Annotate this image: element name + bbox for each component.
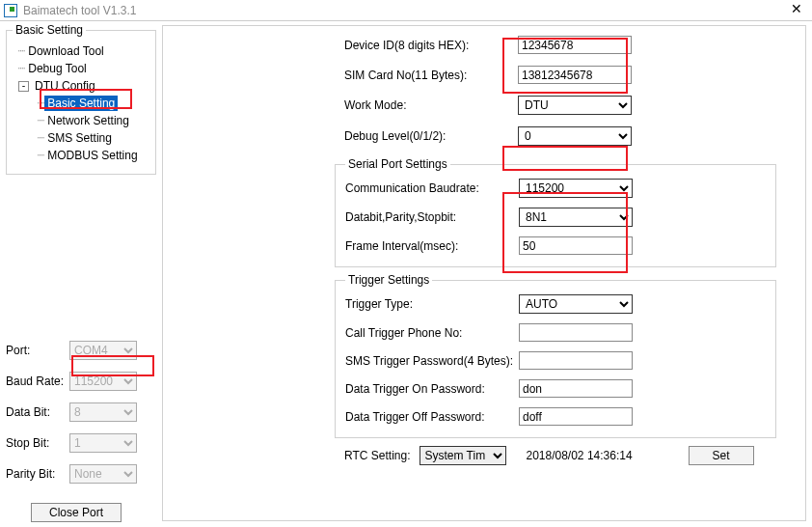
work-mode-select[interactable]: DTU [518, 96, 632, 115]
serial-port-fieldset: Serial Port Settings Communication Baudr… [335, 157, 776, 267]
call-trigger-label: Call Trigger Phone No: [345, 326, 519, 340]
stop-bit-row: Stop Bit: 1 [6, 433, 156, 453]
app-icon [4, 4, 17, 17]
stop-bit-label: Stop Bit: [6, 436, 69, 450]
data-off-input[interactable] [519, 407, 633, 426]
sidebar-fieldset: Basic Setting ┈Download Tool ┈Debug Tool… [6, 23, 156, 175]
data-on-row: Data Trigger On Password: [345, 379, 766, 398]
rtc-timestamp: 2018/08/02 14:36:14 [526, 449, 632, 462]
device-id-label: Device ID(8 digits HEX): [344, 39, 518, 52]
debug-level-row: Debug Level(0/1/2): 0 [173, 126, 796, 146]
trigger-type-label: Trigger Type: [345, 297, 519, 311]
main-panel: Device ID(8 digits HEX): SIM Card No(11 … [162, 25, 806, 521]
debug-level-label: Debug Level(0/1/2): [344, 129, 518, 143]
frame-interval-row: Frame Interval(msec): [345, 236, 766, 255]
work-mode-row: Work Mode: DTU [173, 96, 796, 115]
collapse-icon[interactable]: - [18, 81, 29, 92]
sms-password-label: SMS Trigger Password(4 Bytes): [345, 354, 519, 368]
tree-item-sms-setting[interactable]: ┈SMS Setting [18, 129, 149, 147]
stop-bit-select[interactable]: 1 [69, 433, 137, 453]
frame-interval-label: Frame Interval(msec): [345, 239, 519, 253]
close-port-button[interactable]: Close Port [31, 503, 122, 522]
close-window-button[interactable]: ✕ [781, 1, 812, 20]
rtc-row: RTC Setting: System Tim 2018/08/02 14:36… [173, 446, 796, 465]
debug-level-select[interactable]: 0 [518, 126, 632, 146]
tree-item-download-tool[interactable]: ┈Download Tool [18, 42, 149, 60]
data-on-label: Data Trigger On Password: [345, 382, 519, 396]
device-id-row: Device ID(8 digits HEX): [173, 36, 796, 54]
comm-baudrate-select[interactable]: 115200 [519, 179, 633, 198]
data-on-input[interactable] [519, 379, 633, 398]
data-off-row: Data Trigger Off Password: [345, 407, 766, 426]
parity-bit-label: Parity Bit: [6, 467, 69, 481]
work-mode-label: Work Mode: [344, 98, 518, 112]
sms-password-input[interactable] [519, 351, 633, 370]
port-row: Port: COM4 [6, 341, 156, 360]
data-bit-label: Data Bit: [6, 405, 69, 419]
port-label: Port: [6, 344, 69, 357]
sim-card-input[interactable] [518, 66, 632, 84]
tree-item-basic-setting[interactable]: ┈Basic Setting [18, 95, 149, 112]
trigger-type-select[interactable]: AUTO [519, 294, 633, 314]
rtc-label: RTC Setting: [344, 449, 410, 462]
sidebar-legend: Basic Setting [13, 23, 86, 37]
tree-item-network-setting[interactable]: ┈Network Setting [18, 112, 149, 129]
device-id-input[interactable] [518, 36, 632, 54]
parity-bit-select[interactable]: None [69, 464, 137, 484]
call-trigger-input[interactable] [519, 323, 633, 342]
tree-item-modbus-setting[interactable]: ┈MODBUS Setting [18, 147, 149, 164]
baud-rate-row: Baud Rate: 115200 [6, 372, 156, 391]
comm-baudrate-label: Communication Baudrate: [345, 181, 519, 195]
sidebar: Basic Setting ┈Download Tool ┈Debug Tool… [0, 21, 162, 527]
set-button[interactable]: Set [689, 446, 754, 465]
rtc-select[interactable]: System Tim [420, 446, 506, 465]
serial-port-legend: Serial Port Settings [345, 157, 450, 171]
nav-tree: ┈Download Tool ┈Debug Tool -DTU Config ┈… [13, 41, 149, 166]
sim-card-label: SIM Card No(11 Bytes): [344, 69, 518, 82]
baud-rate-label: Baud Rate: [6, 374, 69, 388]
frame-interval-input[interactable] [519, 236, 633, 255]
comm-baudrate-row: Communication Baudrate: 115200 [345, 179, 766, 198]
trigger-type-row: Trigger Type: AUTO [345, 294, 766, 314]
dps-select[interactable]: 8N1 [519, 208, 633, 227]
baud-rate-select[interactable]: 115200 [69, 372, 137, 391]
call-trigger-row: Call Trigger Phone No: [345, 323, 766, 342]
trigger-fieldset: Trigger Settings Trigger Type: AUTO Call… [335, 273, 776, 438]
data-bit-row: Data Bit: 8 [6, 402, 156, 422]
data-bit-select[interactable]: 8 [69, 402, 137, 422]
dps-label: Databit,Parity,Stopbit: [345, 210, 519, 224]
window-title: Baimatech tool V1.3.1 [23, 4, 781, 17]
sms-password-row: SMS Trigger Password(4 Bytes): [345, 351, 766, 370]
trigger-legend: Trigger Settings [345, 273, 432, 287]
parity-bit-row: Parity Bit: None [6, 464, 156, 484]
title-bar: Baimatech tool V1.3.1 ✕ [0, 0, 812, 21]
data-off-label: Data Trigger Off Password: [345, 410, 519, 424]
tree-item-debug-tool[interactable]: ┈Debug Tool [18, 60, 149, 77]
dps-row: Databit,Parity,Stopbit: 8N1 [345, 208, 766, 227]
sim-card-row: SIM Card No(11 Bytes): [173, 66, 796, 84]
port-select[interactable]: COM4 [69, 341, 137, 360]
tree-item-dtu-config[interactable]: -DTU Config [18, 77, 149, 95]
